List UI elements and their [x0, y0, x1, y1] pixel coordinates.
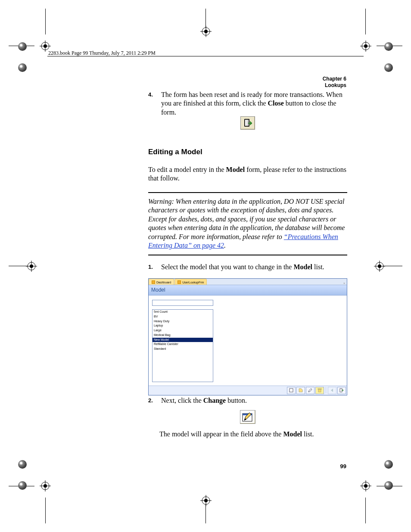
list-item[interactable]: Heavy Duty	[153, 319, 213, 324]
change-button-icon	[240, 410, 255, 424]
warning-paragraph: Warning: When entering data in the appli…	[148, 197, 347, 250]
tab-dashboard[interactable]: Dashboard	[149, 279, 174, 285]
registration-mark-icon	[374, 261, 385, 272]
form-toolbar	[149, 386, 347, 395]
tab-close-icon[interactable]: ×	[342, 282, 347, 285]
form-title: Model	[149, 285, 347, 296]
step-number: 2.	[148, 397, 155, 405]
list-item[interactable]: Standard	[153, 347, 213, 352]
step-number: 1.	[148, 264, 155, 271]
step-body: Next, click the Change button.	[161, 396, 347, 405]
svg-rect-35	[318, 389, 321, 392]
list-item[interactable]: BV	[153, 314, 213, 319]
step-2: 2. Next, click the Change button.	[148, 396, 347, 405]
edit-icon[interactable]	[306, 387, 314, 394]
bead-icon	[18, 460, 27, 469]
bead-icon	[384, 481, 393, 490]
svg-rect-36	[318, 389, 321, 389]
svg-rect-34	[290, 389, 293, 392]
model-form-screenshot: Dashboard UserLookupFrm × Model 5ml Coun…	[148, 278, 347, 395]
bead-icon	[384, 63, 393, 72]
registration-mark-icon	[360, 480, 371, 492]
tab-userlookupfrm[interactable]: UserLookupFrm	[174, 279, 207, 285]
intro-paragraph: To edit a model entry in the Model form,…	[148, 165, 347, 183]
bead-icon	[18, 481, 27, 490]
list-item[interactable]: Laptop	[153, 324, 213, 328]
section-heading: Editing a Model	[148, 147, 347, 157]
book-stamp: 2283.book Page 99 Thursday, July 7, 2011…	[48, 50, 156, 56]
step-number: 4.	[148, 91, 155, 117]
list-item-selected[interactable]: New Model	[153, 338, 213, 342]
list-item[interactable]: Large	[153, 328, 213, 333]
close-button-icon	[240, 116, 255, 130]
bead-icon	[18, 63, 27, 72]
tag-icon[interactable]	[296, 387, 305, 394]
trash-icon[interactable]	[315, 387, 324, 394]
prev-icon[interactable]	[328, 387, 336, 394]
step-4: 4. The form has been reset and is ready …	[148, 90, 347, 117]
registration-mark-icon	[40, 480, 51, 492]
bead-icon	[384, 42, 393, 51]
section-label: Lookups	[323, 82, 346, 89]
chapter-label: Chapter 6	[323, 76, 346, 82]
list-item[interactable]: 5ml Count	[153, 310, 213, 314]
bead-icon	[384, 460, 393, 469]
step-1: 1. Select the model that you want to cha…	[148, 263, 347, 271]
step-body: Select the model that you want to change…	[161, 263, 347, 271]
step-body: The form has been reset and is ready for…	[161, 90, 347, 117]
page-number: 99	[340, 463, 346, 470]
new-icon[interactable]	[287, 387, 296, 394]
bead-icon	[18, 42, 27, 51]
after-change-paragraph: The model will appear in the field above…	[159, 430, 347, 439]
registration-mark-icon	[200, 495, 212, 506]
model-list[interactable]: 5ml Count BV Heavy Duty Laptop Large Med…	[152, 309, 213, 382]
running-header: Chapter 6 Lookups	[323, 76, 346, 89]
list-item[interactable]: Medical Bag	[153, 333, 213, 338]
registration-mark-icon	[200, 26, 212, 37]
registration-mark-icon	[360, 40, 371, 52]
registration-mark-icon	[26, 261, 37, 272]
exit-icon[interactable]	[337, 387, 346, 394]
list-item[interactable]: Refillable Canister	[153, 342, 213, 347]
model-input[interactable]	[152, 300, 213, 306]
